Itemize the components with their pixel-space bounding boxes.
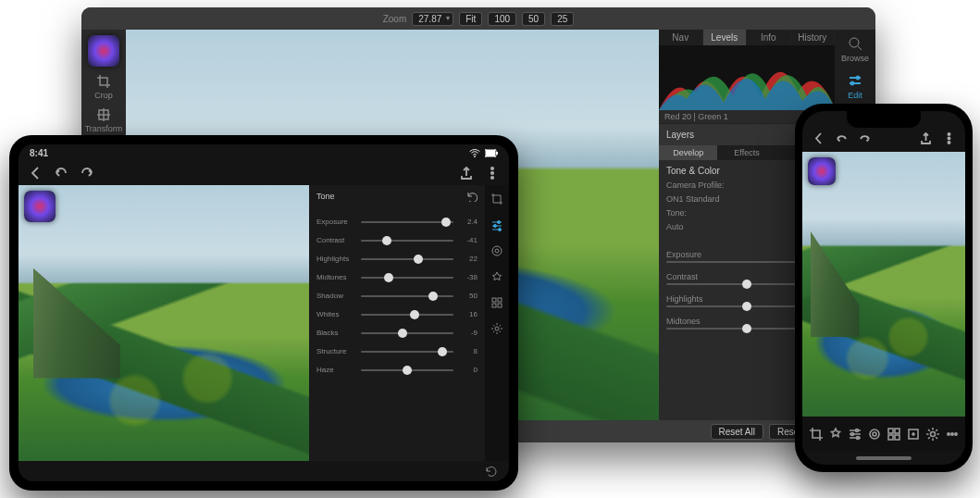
- tablet-tool-rail: [485, 185, 509, 461]
- back-icon[interactable]: [812, 131, 825, 145]
- phone-tool-bar: [802, 417, 965, 452]
- svg-point-3: [474, 156, 476, 157]
- info-tab[interactable]: Info: [747, 30, 791, 45]
- slider-value: -41: [459, 236, 478, 244]
- shadow-slider[interactable]: [361, 295, 453, 297]
- develop-tab[interactable]: Develop: [659, 145, 717, 160]
- midtones-slider[interactable]: [361, 277, 453, 279]
- phone-canvas[interactable]: [802, 152, 965, 417]
- redo-icon[interactable]: [80, 166, 94, 181]
- slider-value: 2.4: [459, 218, 478, 226]
- structure-slider[interactable]: [361, 351, 453, 353]
- slider-value: -9: [459, 329, 478, 337]
- sliders-icon[interactable]: [848, 427, 862, 442]
- camera-profile-value[interactable]: ON1 Standard: [666, 194, 720, 204]
- slider-label: Midtones: [316, 273, 355, 281]
- reset-icon[interactable]: [485, 465, 498, 478]
- auto-icon[interactable]: [490, 270, 503, 283]
- edit-mode[interactable]: Edit: [847, 72, 863, 100]
- tablet-status-bar: 8:41: [19, 144, 509, 161]
- local-icon[interactable]: [867, 427, 882, 442]
- tablet-device: 8:41 Tone: [9, 135, 518, 491]
- share-icon[interactable]: [919, 131, 933, 145]
- svg-point-0: [850, 38, 859, 47]
- whites-slider[interactable]: [361, 314, 453, 316]
- export-icon[interactable]: [906, 427, 921, 442]
- nav-tab[interactable]: Nav: [659, 30, 703, 45]
- sliders-icon[interactable]: [490, 218, 503, 231]
- svg-point-35: [950, 433, 952, 435]
- slider-value: 50: [459, 292, 478, 300]
- redo-icon[interactable]: [858, 131, 872, 145]
- slider-label: Exposure: [316, 218, 355, 226]
- zoom-100-button[interactable]: 100: [488, 12, 516, 26]
- zoom-25-button[interactable]: 25: [551, 12, 574, 26]
- more-icon[interactable]: [485, 166, 500, 181]
- svg-point-8: [491, 172, 493, 174]
- more-icon[interactable]: [945, 427, 960, 442]
- svg-point-34: [947, 433, 949, 435]
- history-tab[interactable]: History: [791, 30, 836, 45]
- levels-tab[interactable]: Levels: [703, 30, 748, 45]
- exposure-slider[interactable]: [361, 221, 453, 223]
- wifi-icon: [468, 149, 481, 157]
- slider-value: 16: [459, 310, 478, 318]
- svg-rect-29: [895, 429, 899, 433]
- tone-label: Tone:: [666, 208, 687, 218]
- auto-icon[interactable]: [828, 427, 843, 442]
- svg-point-7: [491, 168, 493, 169]
- presets-icon[interactable]: [490, 296, 503, 309]
- more-icon[interactable]: [942, 131, 956, 145]
- gear-icon[interactable]: [490, 322, 503, 335]
- slider-row: Structure8: [316, 347, 478, 355]
- slider-row: Highlights22: [316, 255, 478, 263]
- svg-rect-15: [492, 298, 496, 302]
- slider-value: 22: [459, 255, 478, 263]
- gear-icon[interactable]: [925, 427, 940, 442]
- svg-point-26: [870, 430, 879, 439]
- highlights-slider[interactable]: [361, 258, 453, 260]
- slider-value: 8: [459, 347, 478, 355]
- slider-row: Shadow50: [316, 292, 478, 300]
- back-icon[interactable]: [28, 166, 43, 181]
- slider-label: Whites: [316, 310, 355, 318]
- reset-icon[interactable]: [466, 191, 478, 202]
- zoom-value-dropdown[interactable]: 27.87: [412, 12, 453, 26]
- undo-icon[interactable]: [54, 166, 68, 181]
- crop-icon[interactable]: [490, 193, 503, 205]
- slider-value: 0: [459, 366, 478, 374]
- desktop-toolbar: Zoom 27.87 Fit 100 50 25: [81, 7, 875, 30]
- tone-value[interactable]: Auto: [666, 222, 684, 231]
- tablet-canvas[interactable]: [19, 185, 309, 461]
- transform-icon: [96, 107, 111, 122]
- photo-preview: [19, 185, 309, 461]
- haze-slider[interactable]: [361, 369, 453, 371]
- phone-device: [795, 104, 973, 472]
- crop-tool[interactable]: Crop: [94, 74, 113, 100]
- slider-row: Haze0: [316, 366, 478, 374]
- effects-tab[interactable]: Effects: [717, 145, 775, 160]
- share-icon[interactable]: [459, 166, 474, 181]
- svg-point-13: [492, 246, 502, 255]
- svg-point-10: [498, 221, 501, 224]
- reset-all-button[interactable]: Reset All: [711, 424, 763, 440]
- contrast-slider[interactable]: [361, 240, 453, 242]
- zoom-label: Zoom: [383, 14, 407, 24]
- transform-tool[interactable]: Transform: [85, 107, 123, 133]
- zoom-50-button[interactable]: 50: [522, 12, 545, 26]
- svg-point-2: [850, 81, 854, 85]
- svg-point-11: [494, 225, 497, 228]
- undo-icon[interactable]: [835, 131, 849, 145]
- presets-icon[interactable]: [887, 427, 901, 442]
- local-icon[interactable]: [490, 244, 503, 257]
- svg-rect-6: [496, 152, 498, 155]
- browse-mode[interactable]: Browse: [841, 35, 869, 63]
- blacks-slider[interactable]: [361, 332, 453, 334]
- crop-icon[interactable]: [809, 427, 824, 442]
- svg-point-9: [491, 177, 493, 179]
- app-icon: [24, 191, 56, 222]
- zoom-fit-button[interactable]: Fit: [459, 12, 482, 26]
- svg-point-21: [948, 137, 949, 139]
- svg-point-1: [856, 76, 860, 80]
- home-indicator[interactable]: [802, 452, 965, 465]
